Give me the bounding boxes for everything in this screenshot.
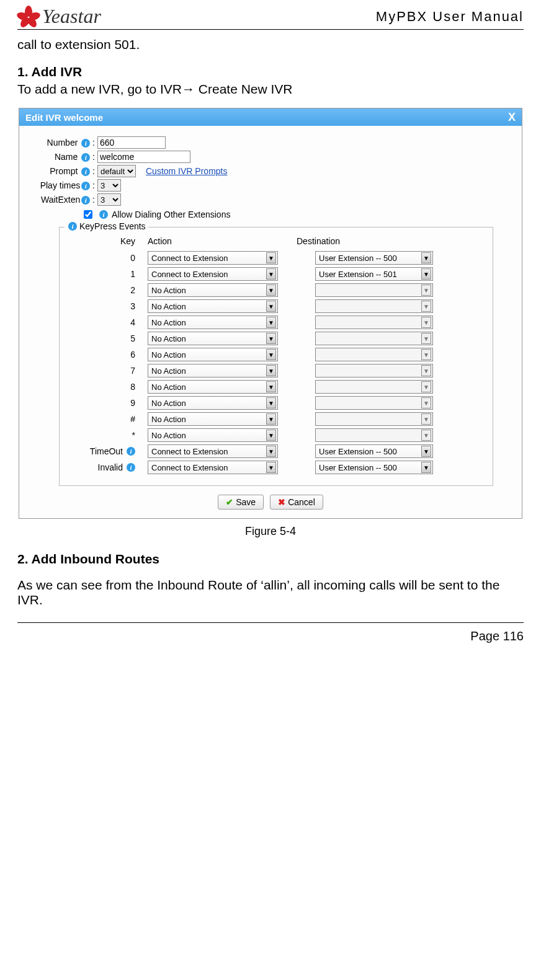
action-select[interactable]: Connect to Extension▼ [148, 444, 278, 458]
action-select[interactable]: No Action▼ [148, 380, 278, 394]
chevron-down-icon: ▼ [266, 365, 276, 376]
chevron-down-icon: ▼ [421, 397, 431, 408]
chevron-down-icon: ▼ [421, 252, 431, 263]
action-select[interactable]: No Action▼ [148, 316, 278, 329]
key-label: 1 [67, 269, 148, 279]
custom-prompts-link[interactable]: Custom IVR Prompts [146, 166, 227, 176]
destination-select: ▼ [315, 299, 433, 313]
key-label: 2 [67, 285, 148, 295]
destination-select[interactable]: User Extension -- 500▼ [315, 461, 433, 474]
chevron-down-icon: ▼ [266, 413, 276, 425]
chevron-down-icon: ▼ [421, 462, 431, 473]
doc-title: MyPBX User Manual [376, 9, 524, 25]
chevron-down-icon: ▼ [421, 333, 431, 344]
chevron-down-icon: ▼ [421, 413, 431, 425]
action-select[interactable]: Connect to Extension▼ [148, 251, 278, 265]
allow-dialing-checkbox[interactable] [84, 210, 92, 219]
chevron-down-icon: ▼ [266, 397, 276, 408]
info-icon[interactable] [127, 447, 135, 456]
info-icon[interactable] [81, 153, 90, 162]
keypress-row: 9No Action▼▼ [67, 396, 485, 410]
chevron-down-icon: ▼ [266, 333, 276, 344]
destination-select[interactable]: User Extension -- 501▼ [315, 267, 433, 281]
save-label: Save [236, 497, 256, 507]
info-icon[interactable] [81, 167, 90, 176]
key-label: 4 [67, 317, 148, 327]
key-label: Invalid [67, 462, 148, 472]
col-key: Key [67, 236, 148, 246]
chevron-down-icon: ▼ [421, 381, 431, 392]
info-icon[interactable] [68, 222, 77, 231]
page-number: Page 116 [470, 629, 524, 643]
info-icon[interactable] [127, 463, 135, 472]
col-action: Action [148, 236, 297, 246]
info-icon[interactable] [81, 182, 90, 190]
keypress-row: 5No Action▼▼ [67, 332, 485, 345]
chevron-down-icon: ▼ [266, 268, 276, 280]
key-label: 5 [67, 333, 148, 343]
chevron-down-icon: ▼ [421, 430, 431, 441]
name-input[interactable] [97, 151, 190, 163]
destination-select[interactable]: User Extension -- 500▼ [315, 251, 433, 265]
chevron-down-icon: ▼ [266, 252, 276, 263]
destination-select: ▼ [315, 364, 433, 377]
cancel-button[interactable]: ✖ Cancel [270, 495, 323, 510]
info-icon[interactable] [81, 196, 90, 205]
destination-select: ▼ [315, 316, 433, 329]
destination-select: ▼ [315, 380, 433, 394]
key-label: 0 [67, 253, 148, 263]
action-select[interactable]: No Action▼ [148, 428, 278, 442]
chevron-down-icon: ▼ [266, 462, 276, 473]
key-label: 7 [67, 366, 148, 376]
key-label: 6 [67, 350, 148, 360]
destination-select: ▼ [315, 396, 433, 410]
info-icon[interactable] [81, 139, 90, 148]
section-1-body: To add a new IVR, go to IVR→ Create New … [17, 82, 524, 97]
action-select[interactable]: Connect to Extension▼ [148, 461, 278, 474]
playtimes-select[interactable]: 3 [97, 179, 121, 192]
key-label: * [67, 430, 148, 440]
keypress-row: #No Action▼▼ [67, 412, 485, 426]
figure-caption: Figure 5-4 [17, 525, 524, 538]
x-icon: ✖ [278, 497, 285, 507]
action-select[interactable]: No Action▼ [148, 364, 278, 377]
keypress-row: TimeOutConnect to Extension▼User Extensi… [67, 444, 485, 458]
action-select[interactable]: No Action▼ [148, 332, 278, 345]
chevron-down-icon: ▼ [266, 446, 276, 457]
edit-ivr-dialog: Edit IVR welcome X Number : Name : Promp… [19, 108, 522, 519]
label-prompt: Prompt [50, 166, 78, 176]
info-icon[interactable] [99, 210, 108, 219]
save-button[interactable]: ✔ Save [218, 495, 264, 510]
chevron-down-icon: ▼ [421, 446, 431, 457]
chevron-down-icon: ▼ [266, 381, 276, 392]
action-select[interactable]: No Action▼ [148, 283, 278, 297]
chevron-down-icon: ▼ [421, 317, 431, 328]
destination-select: ▼ [315, 332, 433, 345]
label-playtimes: Play times [40, 180, 81, 190]
action-select[interactable]: No Action▼ [148, 412, 278, 426]
keypress-row: 3No Action▼▼ [67, 299, 485, 313]
keypress-row: *No Action▼▼ [67, 428, 485, 442]
keypress-row: 1Connect to Extension▼User Extension -- … [67, 267, 485, 281]
action-select[interactable]: Connect to Extension▼ [148, 267, 278, 281]
intro-preline: call to extension 501. [17, 37, 524, 52]
dialog-titlebar: Edit IVR welcome X [19, 108, 522, 126]
key-label: 3 [67, 301, 148, 311]
chevron-down-icon: ▼ [421, 365, 431, 376]
action-select[interactable]: No Action▼ [148, 396, 278, 410]
col-destination: Destination [297, 236, 485, 246]
keypress-row: 8No Action▼▼ [67, 380, 485, 394]
prompt-select[interactable]: default [97, 165, 136, 177]
number-input[interactable] [97, 136, 166, 149]
key-label: # [67, 414, 148, 424]
destination-select: ▼ [315, 412, 433, 426]
action-select[interactable]: No Action▼ [148, 348, 278, 361]
destination-select: ▼ [315, 428, 433, 442]
chevron-down-icon: ▼ [266, 301, 276, 312]
close-icon[interactable]: X [508, 112, 516, 123]
keypress-row: 2No Action▼▼ [67, 283, 485, 297]
action-select[interactable]: No Action▼ [148, 299, 278, 313]
waitexten-select[interactable]: 3 [97, 193, 121, 206]
brand-logo: Yeastar [17, 5, 101, 28]
destination-select[interactable]: User Extension -- 500▼ [315, 444, 433, 458]
